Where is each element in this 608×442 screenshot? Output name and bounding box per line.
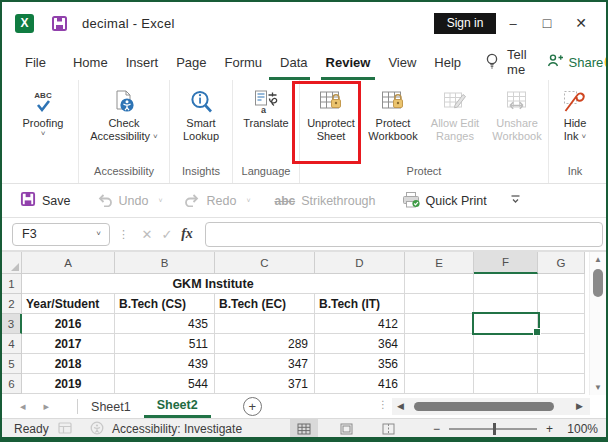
horizontal-scrollbar-thumb[interactable] <box>414 402 554 411</box>
macro-record-icon[interactable] <box>58 422 72 434</box>
fill-handle[interactable] <box>533 328 541 336</box>
sheet-scroll-left-icon[interactable]: ◂ <box>20 400 26 413</box>
cell-b4[interactable]: 511 <box>115 334 215 354</box>
cell[interactable] <box>405 374 474 394</box>
autosave-save-icon[interactable] <box>51 15 68 32</box>
cell-c3[interactable] <box>215 314 315 334</box>
cell[interactable] <box>474 374 538 394</box>
cell[interactable] <box>405 274 474 294</box>
row-header-1[interactable]: 1 <box>2 274 22 294</box>
add-sheet-button[interactable]: + <box>243 397 262 416</box>
column-header-a[interactable]: A <box>22 252 115 274</box>
formula-input[interactable] <box>205 222 603 247</box>
sheet-tab-sheet2-active[interactable]: Sheet2 <box>144 395 211 418</box>
name-box[interactable]: F3 ˅ <box>12 223 110 246</box>
close-button[interactable]: ✕ <box>564 15 598 31</box>
check-accessibility-button[interactable]: Check Accessibility˅ <box>80 84 168 143</box>
cell[interactable] <box>405 294 474 314</box>
cell-c5[interactable]: 347 <box>215 354 315 374</box>
vertical-scrollbar-thumb[interactable] <box>593 269 603 297</box>
cell-c4[interactable]: 289 <box>215 334 315 354</box>
cell-a3[interactable]: 2016 <box>22 314 115 334</box>
cell-c6[interactable]: 371 <box>215 374 315 394</box>
zoom-slider[interactable] <box>449 428 537 430</box>
column-header-g[interactable]: G <box>538 252 585 274</box>
feedback-smiley-icon[interactable] <box>603 52 608 72</box>
column-header-b[interactable]: B <box>115 252 215 274</box>
save-button[interactable]: Save <box>20 191 71 210</box>
proofing-button[interactable]: ABC Proofing ˅ <box>10 84 76 138</box>
cell[interactable] <box>538 334 585 354</box>
minimize-button[interactable]: – <box>496 16 530 31</box>
cell-a4[interactable]: 2017 <box>22 334 115 354</box>
tab-data[interactable]: Data <box>271 45 316 80</box>
cell-b3[interactable]: 435 <box>115 314 215 334</box>
cell[interactable] <box>538 314 585 334</box>
cell[interactable] <box>538 294 585 314</box>
insert-function-button[interactable]: fx <box>177 226 197 242</box>
maximize-button[interactable]: □ <box>530 15 564 31</box>
cell[interactable] <box>474 354 538 374</box>
tab-insert[interactable]: Insert <box>117 45 168 80</box>
cell-d3[interactable]: 412 <box>315 314 405 334</box>
quick-print-button[interactable]: Quick Print <box>402 191 487 211</box>
cell-d5[interactable]: 356 <box>315 354 405 374</box>
tab-formulas[interactable]: Formu <box>216 45 272 80</box>
cell[interactable] <box>474 334 538 354</box>
cell-d4[interactable]: 364 <box>315 334 405 354</box>
tab-page-layout[interactable]: Page <box>167 45 215 80</box>
scroll-up-icon[interactable]: ▲ <box>590 255 606 264</box>
column-header-e[interactable]: E <box>405 252 474 274</box>
cell[interactable] <box>538 274 585 294</box>
cell[interactable] <box>405 314 474 334</box>
zoom-out-button[interactable]: − <box>433 422 440 436</box>
scroll-left-icon[interactable]: ◀ <box>397 401 404 411</box>
cell-a1-merged-title[interactable]: GKM Institute <box>22 274 405 294</box>
row-header-6[interactable]: 6 <box>2 374 22 394</box>
column-header-d[interactable]: D <box>315 252 405 274</box>
column-header-f-selected[interactable]: F <box>474 252 538 274</box>
translate-button[interactable]: a Translate <box>234 84 298 130</box>
tab-review[interactable]: Review <box>317 45 380 80</box>
cell-b5[interactable]: 439 <box>115 354 215 374</box>
selected-cell-outline[interactable] <box>472 312 540 335</box>
cell[interactable] <box>538 374 585 394</box>
smart-lookup-button[interactable]: Smart Lookup <box>170 84 232 143</box>
accessibility-status-text[interactable]: Accessibility: Investigate <box>112 422 242 436</box>
tell-me-button[interactable]: Tell me <box>484 47 527 77</box>
tab-file[interactable]: File <box>16 45 55 80</box>
cell-d6[interactable]: 416 <box>315 374 405 394</box>
vertical-scrollbar[interactable]: ▲ ▼ <box>589 252 606 395</box>
qat-overflow-icon[interactable] <box>509 193 522 208</box>
cell-c2[interactable]: B.Tech (EC) <box>215 294 315 314</box>
accessibility-checker-status-icon[interactable] <box>90 421 104 435</box>
scroll-right-icon[interactable]: ▶ <box>576 401 583 411</box>
page-layout-view-button[interactable] <box>332 419 360 438</box>
sheet-scroll-right-icon[interactable]: ▸ <box>44 400 50 413</box>
zoom-slider-handle[interactable] <box>493 423 496 435</box>
scroll-down-icon[interactable]: ▼ <box>590 383 606 392</box>
cell-a2[interactable]: Year/Student <box>22 294 115 314</box>
cell-b2[interactable]: B.Tech (CS) <box>115 294 215 314</box>
row-header-4[interactable]: 4 <box>2 334 22 354</box>
cell[interactable] <box>405 334 474 354</box>
tab-help[interactable]: Help <box>425 45 470 80</box>
cell[interactable] <box>538 354 585 374</box>
cell[interactable] <box>405 354 474 374</box>
share-button[interactable]: Share <box>547 53 604 71</box>
cell-b6[interactable]: 544 <box>115 374 215 394</box>
protect-workbook-button[interactable]: Protect Workbook <box>362 84 424 143</box>
hide-ink-button[interactable]: Hide Ink˅ <box>550 84 600 143</box>
cell[interactable] <box>474 274 538 294</box>
horizontal-scrollbar[interactable]: ◀ ▶ <box>392 398 590 415</box>
zoom-in-button[interactable]: + <box>546 422 553 436</box>
select-all-corner[interactable] <box>2 252 22 274</box>
row-header-3-selected[interactable]: 3 <box>2 314 22 334</box>
row-header-2[interactable]: 2 <box>2 294 22 314</box>
sign-in-button[interactable]: Sign in <box>434 13 496 34</box>
row-header-5[interactable]: 5 <box>2 354 22 374</box>
tab-view[interactable]: View <box>379 45 425 80</box>
column-header-c[interactable]: C <box>215 252 315 274</box>
cell[interactable] <box>474 294 538 314</box>
zoom-level[interactable]: 100% <box>562 422 598 436</box>
